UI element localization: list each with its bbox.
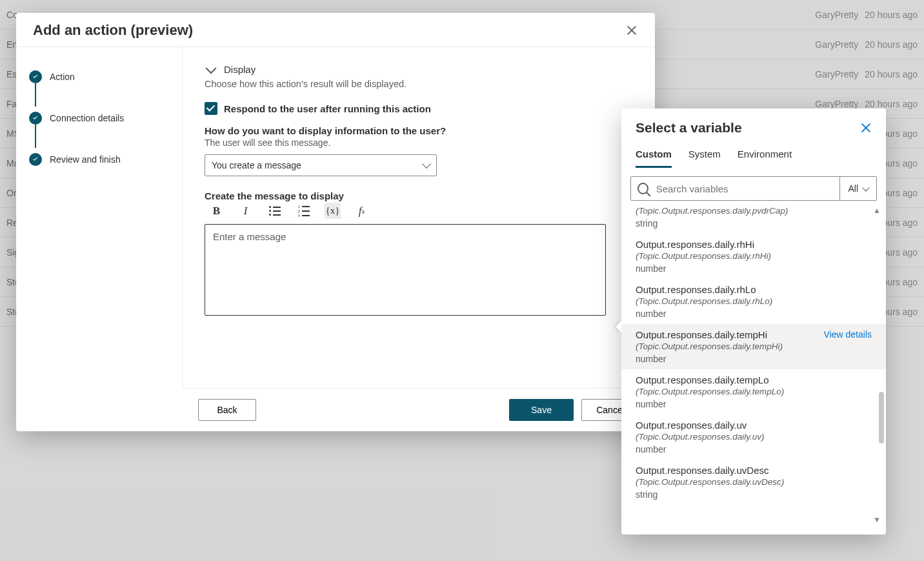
variable-path: (Topic.Output.responses.daily.rhLo) (636, 296, 872, 306)
main-panel: Display Choose how this action's result … (183, 47, 655, 388)
display-mode-select[interactable]: You create a message (205, 154, 437, 176)
variable-type: number (636, 309, 872, 319)
variable-path: (Topic.Output.responses.daily.pvdrCap) (636, 206, 872, 216)
variable-item[interactable]: Output.responses.daily.uvDesc(Topic.Outp… (621, 460, 886, 505)
respond-checkbox-label: Respond to the user after running this a… (224, 103, 431, 114)
variable-path: (Topic.Output.responses.daily.uvDesc) (636, 477, 872, 487)
variable-type: string (636, 489, 872, 500)
dialog-header: Add an action (preview) (16, 13, 655, 47)
variable-search: All (630, 176, 877, 201)
display-mode-value: You create a message (212, 160, 301, 170)
create-message-label: Create the message to display (205, 190, 633, 201)
dialog-title: Add an action (preview) (33, 22, 193, 39)
variable-item[interactable]: (Topic.Output.responses.daily.pvdrCap) s… (621, 206, 886, 234)
variable-type: number (636, 444, 872, 454)
variable-name: Output.responses.daily.rhLo (636, 284, 872, 295)
flyout-tabs: Custom System Environment (621, 141, 886, 167)
editor-toolbar: B I 123 {x} fx (205, 203, 633, 219)
step-label: Review and finish (50, 154, 121, 165)
check-circle-icon (29, 112, 42, 125)
check-circle-icon (29, 70, 42, 83)
insert-formula-button[interactable]: fx (354, 203, 370, 219)
scrollbar-thumb[interactable] (879, 392, 884, 444)
how-display-sub: The user will see this message. (205, 138, 633, 148)
variable-name: Output.responses.daily.uv (636, 420, 872, 431)
step-review-finish[interactable]: Review and finish (29, 148, 169, 171)
search-icon (638, 183, 648, 194)
variable-flyout: Select a variable Custom System Environm… (621, 108, 886, 535)
scroll-down-arrow[interactable]: ▼ (873, 515, 881, 524)
stepper: Action Connection details Review and fin… (16, 47, 183, 388)
chevron-down-icon (206, 63, 217, 74)
variable-path: (Topic.Output.responses.daily.rhHi) (636, 251, 872, 261)
check-circle-icon (29, 153, 42, 166)
editor-placeholder: Enter a message (213, 231, 286, 242)
italic-button[interactable]: I (237, 203, 254, 219)
variable-type: string (636, 218, 872, 229)
variable-path: (Topic.Output.responses.daily.uv) (636, 432, 872, 442)
variable-item[interactable]: Output.responses.daily.tempLo(Topic.Outp… (621, 369, 886, 414)
close-icon[interactable] (625, 24, 638, 37)
filter-label: All (848, 183, 858, 194)
tab-environment[interactable]: Environment (738, 145, 792, 167)
display-description: Choose how this action's result will be … (205, 79, 633, 89)
variable-path: (Topic.Output.responses.daily.tempHi) (636, 342, 872, 351)
add-action-dialog: Add an action (preview) Action Connectio… (16, 13, 655, 431)
how-display-question: How do you want to display information t… (205, 125, 633, 136)
close-icon[interactable] (860, 122, 872, 134)
view-details-link[interactable]: View details (824, 329, 872, 340)
save-button[interactable]: Save (509, 399, 574, 421)
variable-item[interactable]: Output.responses.daily.uv(Topic.Output.r… (621, 414, 886, 460)
variable-name: Output.responses.daily.tempLo (636, 374, 872, 385)
step-label: Action (50, 72, 75, 82)
search-input[interactable] (655, 183, 834, 195)
step-connection-details[interactable]: Connection details (29, 107, 169, 148)
respond-checkbox[interactable] (205, 102, 217, 115)
variable-path: (Topic.Output.responses.daily.tempLo) (636, 387, 872, 396)
variable-item[interactable]: Output.responses.daily.rhLo(Topic.Output… (621, 279, 886, 324)
variable-item[interactable]: View detailsOutput.responses.daily.tempH… (621, 324, 886, 369)
display-section-toggle[interactable]: Display (205, 64, 633, 75)
tab-custom[interactable]: Custom (636, 145, 672, 168)
step-label: Connection details (50, 113, 124, 123)
variable-list[interactable]: ▲ (Topic.Output.responses.daily.pvdrCap)… (621, 205, 886, 528)
bullet-list-button[interactable] (266, 203, 283, 219)
variable-name: Output.responses.daily.uvDesc (636, 465, 872, 476)
dialog-footer: Back Save Cancel (183, 388, 655, 431)
bold-button[interactable]: B (208, 203, 225, 219)
variable-item[interactable]: Output.responses.daily.rhHi(Topic.Output… (621, 234, 886, 279)
numbered-list-button[interactable]: 123 (296, 203, 312, 219)
chevron-down-icon (862, 184, 869, 191)
back-button[interactable]: Back (198, 399, 256, 421)
flyout-title: Select a variable (636, 120, 742, 136)
tab-system[interactable]: System (688, 145, 721, 167)
variable-type: number (636, 399, 872, 409)
variable-type: number (636, 354, 872, 364)
variable-name: Output.responses.daily.rhHi (636, 239, 872, 250)
variable-type: number (636, 263, 872, 274)
filter-dropdown[interactable]: All (839, 177, 876, 200)
scroll-up-arrow[interactable]: ▲ (873, 206, 881, 215)
step-action[interactable]: Action (29, 65, 169, 107)
insert-variable-button[interactable]: {x} (325, 203, 341, 219)
chevron-down-icon (422, 159, 431, 168)
display-heading: Display (224, 64, 256, 75)
message-editor[interactable]: Enter a message (205, 224, 606, 316)
